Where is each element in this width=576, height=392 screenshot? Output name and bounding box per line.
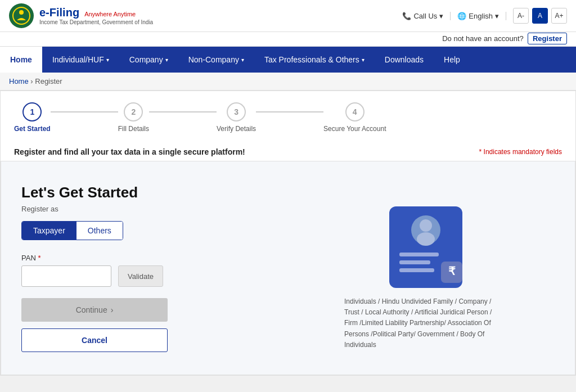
- register-type-toggle: Taxpayer Others: [21, 221, 123, 240]
- continue-button[interactable]: Continue ›: [21, 298, 168, 322]
- step-connector-2-3: [149, 111, 217, 112]
- nav-tax-professionals-label: Tax Professionals & Others: [264, 55, 359, 64]
- breadcrumb-current: Register: [35, 77, 62, 85]
- main-nav: Home Individual/HUF ▾ Company ▾ Non-Comp…: [0, 47, 576, 73]
- call-us-label: Call Us: [413, 12, 437, 20]
- register-prompt-bar: Do not have an account? Register: [0, 32, 576, 47]
- nav-home-label: Home: [10, 55, 32, 64]
- call-us-arrow: ▾: [439, 12, 443, 20]
- step-1-label: Get Started: [14, 125, 51, 133]
- step-3: 3 Verify Details: [217, 102, 256, 133]
- logo-area: e-Filing Anywhere Anytime Income Tax Dep…: [9, 3, 153, 28]
- globe-icon: 🌐: [457, 12, 466, 20]
- taxpayer-toggle-button[interactable]: Taxpayer: [22, 222, 76, 240]
- step-1: 1 Get Started: [14, 102, 51, 133]
- step-2: 2 Fill Details: [118, 102, 149, 133]
- tagline-text: Register and find all your tax data in a…: [14, 147, 245, 156]
- svg-rect-6: [399, 253, 439, 256]
- breadcrumb-home[interactable]: Home: [9, 77, 29, 85]
- nav-tax-professionals[interactable]: Tax Professionals & Others ▾: [254, 47, 375, 73]
- illustration: ₹: [378, 190, 468, 285]
- nav-downloads[interactable]: Downloads: [375, 47, 434, 73]
- svg-text:₹: ₹: [448, 265, 456, 277]
- svg-point-5: [417, 232, 435, 246]
- font-increase-button[interactable]: A+: [551, 8, 567, 24]
- language-label: English: [469, 12, 493, 20]
- logo-subtitle: Income Tax Department, Government of Ind…: [39, 19, 153, 26]
- illustration-caption: Individuals / Hindu Undivided Family / C…: [344, 296, 502, 350]
- right-panel: ₹ Individuals / Hindu Undivided Family /…: [291, 184, 555, 352]
- nav-tax-professionals-arrow: ▾: [362, 57, 364, 63]
- others-toggle-button[interactable]: Others: [76, 222, 123, 240]
- nav-noncompany[interactable]: Non-Company ▾: [178, 47, 254, 73]
- tagline-area: Register and find all your tax data in a…: [1, 147, 575, 161]
- page-content-wrapper: 1 Get Started 2 Fill Details 3 Verify De…: [0, 91, 576, 376]
- svg-rect-7: [399, 260, 430, 264]
- nav-noncompany-label: Non-Company: [188, 55, 239, 64]
- stepper: 1 Get Started 2 Fill Details 3 Verify De…: [14, 102, 562, 133]
- nav-individual-arrow: ▾: [106, 57, 109, 63]
- left-panel: Let's Get Started Register as Taxpayer O…: [21, 184, 258, 352]
- pan-required-marker: *: [38, 254, 40, 262]
- step-connector-3-4: [256, 111, 323, 112]
- continue-arrow-icon: ›: [111, 305, 114, 314]
- nav-home[interactable]: Home: [0, 47, 42, 73]
- stepper-area: 1 Get Started 2 Fill Details 3 Verify De…: [1, 91, 575, 147]
- font-controls: A- A A+: [513, 8, 567, 24]
- pan-row: Validate: [21, 265, 258, 287]
- nav-company-arrow: ▾: [165, 57, 168, 63]
- font-decrease-button[interactable]: A-: [513, 8, 529, 24]
- breadcrumb: Home › Register: [0, 73, 576, 91]
- register-prompt-text: Do not have an account?: [442, 34, 524, 43]
- nav-noncompany-arrow: ▾: [241, 57, 244, 63]
- pan-label: PAN *: [21, 254, 258, 262]
- step-3-circle: 3: [227, 102, 246, 121]
- form-title: Let's Get Started: [21, 184, 258, 201]
- language-selector[interactable]: 🌐 English ▾: [457, 12, 506, 20]
- efiling-label: e-Filing Anywhere Anytime: [39, 6, 153, 20]
- efiling-main: e-Filing: [39, 6, 79, 19]
- main-content: Let's Get Started Register as Taxpayer O…: [1, 161, 575, 375]
- phone-icon: 📞: [402, 12, 411, 20]
- continue-label: Continue: [76, 305, 107, 314]
- font-medium-button[interactable]: A: [532, 8, 548, 24]
- illustration-svg: ₹: [378, 190, 474, 291]
- register-link[interactable]: Register: [528, 33, 567, 44]
- step-1-circle: 1: [22, 102, 42, 121]
- step-4: 4 Secure Your Account: [323, 102, 386, 133]
- lang-arrow: ▾: [495, 12, 499, 20]
- svg-rect-8: [399, 268, 434, 272]
- nav-help[interactable]: Help: [434, 47, 470, 73]
- mandatory-note: * Indicates mandatory fields: [479, 148, 562, 156]
- step-4-circle: 4: [345, 102, 364, 121]
- top-bar: e-Filing Anywhere Anytime Income Tax Dep…: [0, 0, 576, 32]
- svg-point-0: [13, 7, 30, 24]
- step-connector-1-2: [51, 111, 118, 112]
- call-us-button[interactable]: 📞 Call Us ▾: [402, 12, 451, 20]
- cancel-button[interactable]: Cancel: [21, 328, 168, 352]
- svg-point-4: [420, 219, 432, 232]
- nav-downloads-label: Downloads: [385, 55, 424, 64]
- nav-individual-label: Individual/HUF: [52, 55, 104, 64]
- efiling-tagline: Anywhere Anytime: [84, 11, 136, 17]
- nav-individual[interactable]: Individual/HUF ▾: [42, 47, 119, 73]
- svg-point-1: [19, 10, 24, 15]
- pan-input[interactable]: [21, 265, 111, 287]
- validate-button[interactable]: Validate: [118, 265, 163, 287]
- step-4-label: Secure Your Account: [323, 125, 386, 133]
- register-as-label: Register as: [21, 205, 258, 213]
- logo-text: e-Filing Anywhere Anytime Income Tax Dep…: [39, 6, 153, 26]
- step-2-circle: 2: [124, 102, 143, 121]
- step-3-label: Verify Details: [217, 125, 256, 133]
- emblem-icon: [9, 3, 34, 28]
- nav-help-label: Help: [444, 55, 460, 64]
- nav-company[interactable]: Company ▾: [119, 47, 178, 73]
- nav-company-label: Company: [129, 55, 163, 64]
- top-right-controls: 📞 Call Us ▾ 🌐 English ▾ A- A A+: [402, 8, 567, 24]
- step-2-label: Fill Details: [118, 125, 149, 133]
